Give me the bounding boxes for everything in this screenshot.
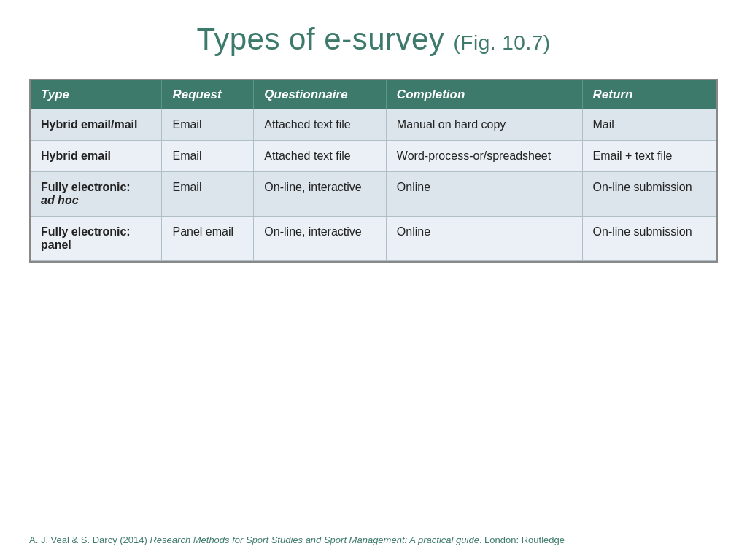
footer-text-end: . London: Routledge	[479, 534, 565, 545]
row3-return: On-line submission	[582, 172, 716, 217]
table-row: Fully electronic:panel Panel email On-li…	[31, 217, 716, 261]
main-table: Type Request Questionnaire Completion Re…	[31, 80, 716, 261]
row1-request: Email	[162, 109, 254, 141]
table-row: Hybrid email Email Attached text file Wo…	[31, 141, 716, 172]
row3-completion: Online	[386, 172, 582, 217]
row2-request: Email	[162, 141, 254, 172]
row2-return: Email + text file	[582, 141, 716, 172]
row4-request: Panel email	[162, 217, 254, 261]
table-wrapper: Type Request Questionnaire Completion Re…	[29, 79, 718, 262]
row4-return: On-line submission	[582, 217, 716, 261]
row2-type: Hybrid email	[31, 141, 162, 172]
row3-type: Fully electronic: ad hoc	[31, 172, 162, 217]
row4-questionnaire: On-line, interactive	[254, 217, 387, 261]
col-request: Request	[162, 80, 254, 109]
footer-text-italic: Research Methods for Sport Studies and S…	[150, 534, 479, 545]
table-row: Fully electronic: ad hoc Email On-line, …	[31, 172, 716, 217]
row2-completion: Word-process-or/spreadsheet	[386, 141, 582, 172]
row1-return: Mail	[582, 109, 716, 141]
col-type: Type	[31, 80, 162, 109]
table-row: Hybrid email/mail Email Attached text fi…	[31, 109, 716, 141]
row3-request: Email	[162, 172, 254, 217]
row4-type: Fully electronic:panel	[31, 217, 162, 261]
col-questionnaire: Questionnaire	[254, 80, 387, 109]
table-header: Type Request Questionnaire Completion Re…	[31, 80, 716, 109]
col-return: Return	[582, 80, 716, 109]
row2-questionnaire: Attached text file	[254, 141, 387, 172]
row1-completion: Manual on hard copy	[386, 109, 582, 141]
row3-questionnaire: On-line, interactive	[254, 172, 387, 217]
title-sub: (Fig. 10.7)	[454, 31, 551, 54]
row1-type: Hybrid email/mail	[31, 109, 162, 141]
table-body: Hybrid email/mail Email Attached text fi…	[31, 109, 716, 261]
page-container: Types of e-survey (Fig. 10.7) Type Reque…	[0, 0, 747, 560]
page-title: Types of e-survey (Fig. 10.7)	[196, 22, 550, 56]
row4-completion: Online	[386, 217, 582, 261]
row1-questionnaire: Attached text file	[254, 109, 387, 141]
title-main: Types of e-survey	[196, 22, 444, 56]
footer: A. J. Veal & S. Darcy (2014) Research Me…	[29, 520, 718, 545]
header-row: Type Request Questionnaire Completion Re…	[31, 80, 716, 109]
footer-text-plain: A. J. Veal & S. Darcy (2014)	[29, 534, 150, 545]
title-area: Types of e-survey (Fig. 10.7)	[29, 22, 718, 57]
col-completion: Completion	[386, 80, 582, 109]
